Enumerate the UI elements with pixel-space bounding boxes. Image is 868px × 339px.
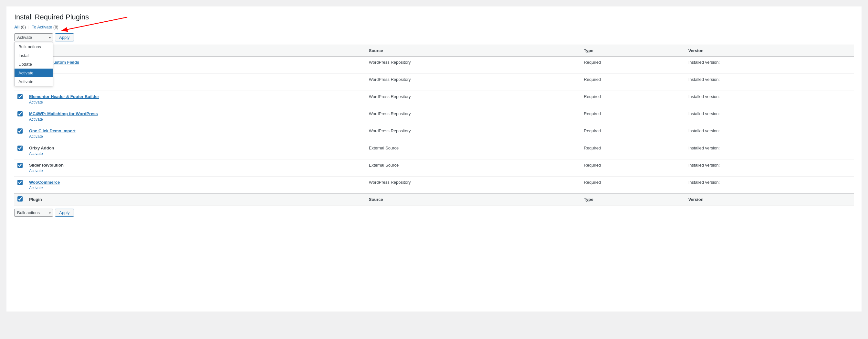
filter-to-activate[interactable]: To Activate xyxy=(32,25,52,29)
plugin-type: Required xyxy=(581,177,685,194)
dropdown-item-install[interactable]: Install xyxy=(14,51,53,60)
plugin-name-link[interactable]: One Click Demo Import xyxy=(29,129,363,133)
plugin-type: Required xyxy=(581,108,685,125)
table-row: MC4WP: Mailchimp for WordPressActivateWo… xyxy=(14,108,854,125)
plugin-source: WordPress Repository xyxy=(366,125,581,142)
main-content: Install Required Plugins All (8) | To Ac… xyxy=(6,6,862,311)
table-row: Advanced Custom FieldsActivateWordPress … xyxy=(14,57,854,74)
plugin-name: Slider Revolution xyxy=(29,163,363,168)
page-title: Install Required Plugins xyxy=(14,13,854,21)
plugin-type: Required xyxy=(581,74,685,91)
row-checkbox[interactable] xyxy=(18,163,23,168)
plugin-action-activate[interactable]: Activate xyxy=(29,186,43,190)
plugin-source: External Source xyxy=(366,160,581,177)
table-header-row: Plugin Source Type Version xyxy=(14,45,854,57)
plugin-type: Required xyxy=(581,142,685,160)
plugin-version: Installed version: xyxy=(685,108,854,125)
bulk-actions-wrap-bottom: Bulk actions Install Update Activate ▾ xyxy=(14,209,53,217)
plugin-name-link[interactable]: Advanced Custom Fields xyxy=(29,60,363,65)
col-type: Type xyxy=(581,45,685,57)
apply-button-bottom[interactable]: Apply xyxy=(55,209,74,217)
plugin-action-activate[interactable]: Activate xyxy=(29,100,43,105)
plugin-action-activate[interactable]: Activate xyxy=(29,117,43,122)
table-row: ElementorActivateWordPress RepositoryReq… xyxy=(14,74,854,91)
plugin-version: Installed version: xyxy=(685,160,854,177)
plugin-source: WordPress Repository xyxy=(366,57,581,74)
bulk-actions-wrap: Bulk actions Install Update Activate ▾ B… xyxy=(14,33,53,41)
plugin-name-link[interactable]: Elementor Header & Footer Builder xyxy=(29,94,363,99)
plugin-source: WordPress Repository xyxy=(366,91,581,108)
table-row: Slider RevolutionActivateExternal Source… xyxy=(14,160,854,177)
filter-links: All (8) | To Activate (8) xyxy=(14,25,854,29)
table-row: WooCommerceActivateWordPress RepositoryR… xyxy=(14,177,854,194)
dropdown-item-activate2[interactable]: Activate xyxy=(14,77,53,86)
col-plugin: Plugin xyxy=(26,45,366,57)
foot-col-version: Version xyxy=(685,194,854,205)
bottom-toolbar: Bulk actions Install Update Activate ▾ A… xyxy=(14,209,854,217)
filter-all[interactable]: All xyxy=(14,25,20,29)
plugin-action-activate[interactable]: Activate xyxy=(29,169,43,173)
plugin-type: Required xyxy=(581,160,685,177)
plugin-source: WordPress Repository xyxy=(366,177,581,194)
bulk-actions-select-bottom[interactable]: Bulk actions Install Update Activate xyxy=(14,209,53,217)
row-checkbox[interactable] xyxy=(18,180,23,185)
plugin-name: Orixy Addon xyxy=(29,146,363,150)
plugin-rows: Advanced Custom FieldsActivateWordPress … xyxy=(14,57,854,194)
plugin-source: External Source xyxy=(366,142,581,160)
select-all-checkbox-bottom[interactable] xyxy=(18,196,23,201)
plugin-version: Installed version: xyxy=(685,57,854,74)
col-source: Source xyxy=(366,45,581,57)
plugin-version: Installed version: xyxy=(685,74,854,91)
plugin-type: Required xyxy=(581,125,685,142)
plugin-version: Installed version: xyxy=(685,91,854,108)
foot-col-checkbox xyxy=(14,194,26,205)
foot-col-plugin: Plugin xyxy=(26,194,366,205)
filter-to-activate-count: (8) xyxy=(53,25,59,29)
table-row: Elementor Header & Footer BuilderActivat… xyxy=(14,91,854,108)
dropdown-item-activate[interactable]: Activate xyxy=(14,68,53,77)
row-checkbox[interactable] xyxy=(18,94,23,99)
row-checkbox[interactable] xyxy=(18,129,23,134)
plugin-action-activate[interactable]: Activate xyxy=(29,151,43,156)
apply-button-top[interactable]: Apply xyxy=(55,33,74,41)
dropdown-item-update[interactable]: Update xyxy=(14,60,53,68)
plugin-source: WordPress Repository xyxy=(366,74,581,91)
top-toolbar: Bulk actions Install Update Activate ▾ B… xyxy=(14,33,854,41)
plugin-name-link[interactable]: MC4WP: Mailchimp for WordPress xyxy=(29,111,363,116)
plugins-table: Plugin Source Type Version Advanced Cust… xyxy=(14,45,854,205)
foot-col-source: Source xyxy=(366,194,581,205)
plugin-version: Installed version: xyxy=(685,177,854,194)
filter-all-count: (8) xyxy=(21,25,26,29)
table-footer-row: Plugin Source Type Version xyxy=(14,194,854,205)
plugin-version: Installed version: xyxy=(685,125,854,142)
table-row: Orixy AddonActivateExternal SourceRequir… xyxy=(14,142,854,160)
bulk-actions-select[interactable]: Bulk actions Install Update Activate xyxy=(14,33,53,41)
plugin-source: WordPress Repository xyxy=(366,108,581,125)
bulk-actions-dropdown: Bulk actions Install Update Activate Act… xyxy=(14,42,53,86)
foot-col-type: Type xyxy=(581,194,685,205)
plugin-name-link[interactable]: WooCommerce xyxy=(29,180,363,185)
row-checkbox[interactable] xyxy=(18,111,23,116)
plugin-name-link[interactable]: Elementor xyxy=(29,77,363,82)
table-row: One Click Demo ImportActivateWordPress R… xyxy=(14,125,854,142)
plugin-type: Required xyxy=(581,57,685,74)
plugin-action-activate[interactable]: Activate xyxy=(29,134,43,139)
dropdown-item-bulk-actions[interactable]: Bulk actions xyxy=(14,43,53,51)
plugin-version: Installed version: xyxy=(685,142,854,160)
plugin-type: Required xyxy=(581,91,685,108)
col-version: Version xyxy=(685,45,854,57)
row-checkbox[interactable] xyxy=(18,146,23,151)
